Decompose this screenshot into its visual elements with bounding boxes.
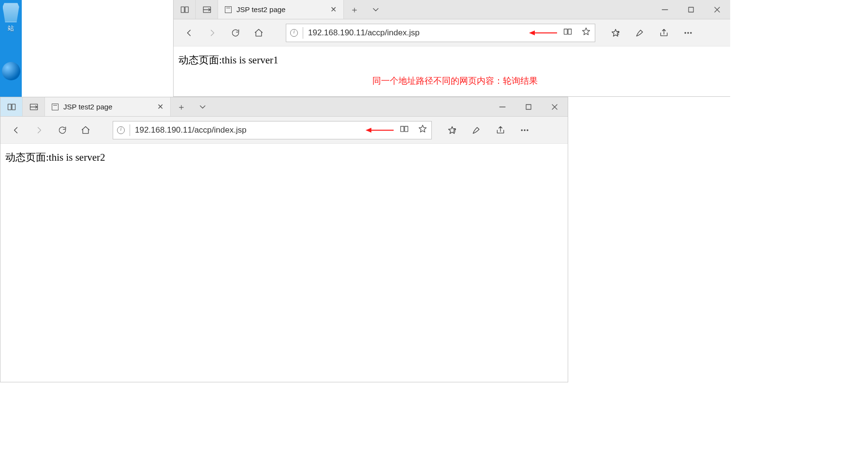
- share-icon[interactable]: [489, 120, 512, 141]
- address-bar-right: [563, 27, 591, 39]
- svg-rect-10: [12, 104, 15, 110]
- browser-tab[interactable]: JSP test2 page ✕: [218, 0, 344, 19]
- page-icon: [225, 6, 232, 13]
- url-text: 192.168.190.11/accp/index.jsp: [308, 28, 515, 38]
- page-content: 动态页面:this is server2: [0, 144, 568, 382]
- svg-rect-3: [689, 7, 693, 12]
- svg-point-15: [521, 129, 522, 130]
- svg-marker-14: [366, 128, 371, 133]
- minimize-button[interactable]: [652, 0, 678, 19]
- recycle-bin-label: 站: [0, 24, 22, 33]
- set-aside-tabs-icon[interactable]: [0, 97, 23, 116]
- favorites-bar-icon[interactable]: [604, 22, 627, 44]
- favorite-icon[interactable]: [581, 27, 591, 39]
- refresh-button[interactable]: [225, 22, 246, 44]
- tab-bar: JSP test2 page ✕ ＋: [174, 0, 730, 19]
- home-button[interactable]: [75, 120, 96, 141]
- window-controls: [489, 97, 568, 116]
- home-button[interactable]: [248, 22, 269, 44]
- window-controls: [652, 0, 730, 19]
- back-button[interactable]: [5, 120, 27, 141]
- tab-title: JSP test2 page: [63, 103, 112, 111]
- svg-rect-12: [526, 105, 531, 109]
- annotation-arrow-icon: [529, 29, 558, 37]
- svg-rect-0: [181, 7, 184, 13]
- address-bar[interactable]: 192.168.190.11/accp/index.jsp: [113, 121, 432, 139]
- reading-view-icon[interactable]: [399, 124, 409, 136]
- svg-rect-9: [8, 104, 11, 110]
- notes-icon[interactable]: [628, 22, 651, 44]
- edge-browser-shortcut-icon[interactable]: [2, 62, 20, 80]
- forward-button[interactable]: [29, 120, 50, 141]
- maximize-button[interactable]: [515, 97, 542, 116]
- refresh-button[interactable]: [52, 120, 73, 141]
- url-text: 192.168.190.11/accp/index.jsp: [135, 125, 351, 135]
- desktop-background: 站: [0, 0, 22, 97]
- svg-point-16: [524, 129, 525, 130]
- tab-title: JSP test2 page: [236, 5, 285, 14]
- close-window-button[interactable]: [704, 0, 730, 19]
- reading-view-icon[interactable]: [563, 27, 573, 39]
- svg-rect-1: [185, 7, 188, 13]
- divider: [303, 27, 303, 39]
- recycle-bin-icon[interactable]: [3, 3, 19, 22]
- new-tab-button[interactable]: ＋: [171, 97, 192, 116]
- tab-bar: JSP test2 page ✕ ＋: [0, 97, 568, 117]
- set-aside-tabs-icon[interactable]: [174, 0, 196, 19]
- svg-point-17: [527, 129, 528, 130]
- forward-button[interactable]: [202, 22, 223, 44]
- svg-point-7: [688, 32, 689, 33]
- svg-marker-5: [529, 30, 535, 35]
- maximize-button[interactable]: [678, 0, 704, 19]
- browser-window-2: JSP test2 page ✕ ＋ 192.168.190.11/accp/i…: [0, 97, 568, 382]
- more-icon[interactable]: [677, 22, 700, 44]
- favorite-icon[interactable]: [418, 124, 427, 136]
- address-bar-right: [399, 124, 427, 136]
- share-icon[interactable]: [652, 22, 676, 44]
- page-body-text: 动态页面:this is server2: [5, 151, 105, 163]
- favorites-bar-icon[interactable]: [441, 120, 464, 141]
- tab-menu-button[interactable]: [365, 0, 386, 19]
- site-info-icon[interactable]: [117, 126, 125, 134]
- annotation-arrow-icon: [366, 126, 395, 134]
- back-button[interactable]: [178, 22, 200, 44]
- new-tab-button[interactable]: ＋: [344, 0, 365, 19]
- divider: [130, 124, 130, 136]
- page-icon: [52, 104, 59, 110]
- svg-point-8: [691, 32, 691, 33]
- more-icon[interactable]: [513, 120, 536, 141]
- close-window-button[interactable]: [542, 97, 568, 116]
- tab-close-icon[interactable]: ✕: [157, 102, 163, 111]
- show-aside-tabs-icon[interactable]: [196, 0, 218, 19]
- svg-point-6: [685, 32, 686, 33]
- browser-tab[interactable]: JSP test2 page ✕: [45, 97, 171, 116]
- site-info-icon[interactable]: [290, 29, 298, 37]
- navigation-bar: 192.168.190.11/accp/index.jsp: [0, 117, 568, 144]
- toolbar-right: [441, 120, 536, 141]
- address-bar[interactable]: 192.168.190.11/accp/index.jsp: [286, 24, 595, 42]
- tab-close-icon[interactable]: ✕: [330, 5, 337, 14]
- toolbar-right: [604, 22, 700, 44]
- show-aside-tabs-icon[interactable]: [23, 97, 45, 116]
- page-body-text: 动态页面:this is server1: [178, 54, 278, 66]
- navigation-bar: 192.168.190.11/accp/index.jsp: [174, 19, 730, 46]
- page-content: 动态页面:this is server1: [174, 46, 730, 96]
- tab-menu-button[interactable]: [192, 97, 213, 116]
- annotation-text: 同一个地址路径不同的网页内容：轮询结果: [372, 75, 538, 87]
- minimize-button[interactable]: [489, 97, 515, 116]
- notes-icon[interactable]: [465, 120, 488, 141]
